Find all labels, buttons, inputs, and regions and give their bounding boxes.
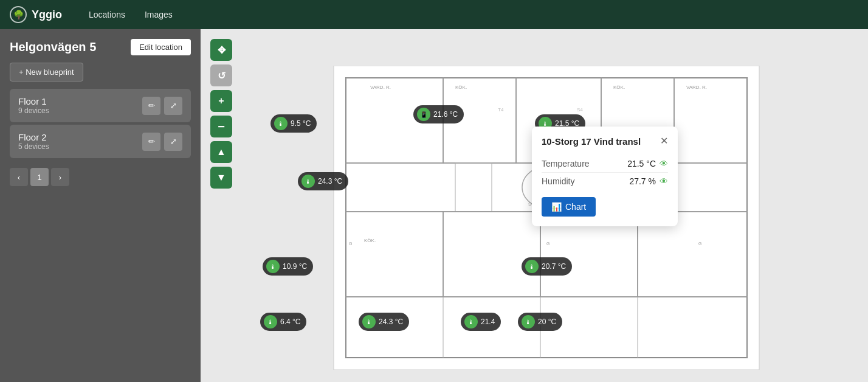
svg-text:G: G <box>349 241 352 246</box>
sensor-s4-icon: 🌡 <box>301 175 315 188</box>
sidebar-header: Helgonvägen 5 Edit location <box>10 39 191 55</box>
popup-header: 10-Storg 17 Vind transl ✕ <box>542 136 668 147</box>
next-page-button[interactable]: › <box>51 168 69 186</box>
popup-temperature-value: 21.5 °C <box>627 159 656 168</box>
svg-text:G: G <box>698 241 701 246</box>
popup-humidity-value: 27.7 % <box>629 176 656 186</box>
edit-location-button[interactable]: Edit location <box>131 39 191 55</box>
floor-1-edit-button[interactable]: ✏ <box>142 97 160 115</box>
tree-icon: 🌳 <box>10 6 27 23</box>
sensor-s6[interactable]: 🌡 20.7 °C <box>522 257 572 276</box>
sensor-s10-value: 20 °C <box>538 318 556 326</box>
sensor-s5-icon: 🌡 <box>266 260 280 273</box>
floor-1-name: Floor 1 <box>18 96 49 106</box>
sensor-s9-value: 21.4 <box>481 318 495 326</box>
sensor-s6-value: 20.7 °C <box>542 262 566 271</box>
sensor-s1-value: 9.5 °C <box>291 119 311 128</box>
up-button[interactable]: ▲ <box>210 141 232 163</box>
chart-button[interactable]: 📊 Chart <box>542 197 596 217</box>
popup-close-button[interactable]: ✕ <box>660 136 668 146</box>
blueprint-canvas: VARD. R. KÖK. KÖK. VARD. R. SOVR. <box>237 66 856 370</box>
sensor-s5-value: 10.9 °C <box>283 262 307 271</box>
floor-item-2[interactable]: Floor 2 5 devices ✏ ⤢ <box>10 125 191 158</box>
zoom-in-button[interactable]: + <box>210 90 232 112</box>
sensor-s2[interactable]: 📱 21.6 °C <box>413 105 464 123</box>
move-button[interactable]: ✥ <box>210 39 232 61</box>
svg-text:KÖK.: KÖK. <box>455 85 467 90</box>
new-blueprint-button[interactable]: + New blueprint <box>10 63 83 82</box>
map-controls: ✥ ↺ + − ▲ ▼ <box>210 39 232 189</box>
sensor-s7[interactable]: 🌡 6.4 °C <box>260 313 306 331</box>
temperature-eye-icon[interactable]: 👁 <box>660 159 668 168</box>
sensor-s4-value: 24.3 °C <box>318 177 342 186</box>
pagination: ‹ 1 › <box>10 168 191 186</box>
reset-button[interactable]: ↺ <box>210 64 232 86</box>
nav-locations[interactable]: Locations <box>81 6 133 23</box>
sensor-s10[interactable]: 🌡 20 °C <box>518 313 562 331</box>
floor-1-devices: 9 devices <box>18 106 49 115</box>
nav-links: Locations Images <box>81 6 180 23</box>
sensor-s8-icon: 🌡 <box>362 315 376 328</box>
location-title: Helgonvägen 5 <box>10 40 96 54</box>
sensor-s7-value: 6.4 °C <box>280 318 300 326</box>
humidity-eye-icon[interactable]: 👁 <box>660 176 668 186</box>
popup-title: 10-Storg 17 Vind transl <box>542 136 641 147</box>
sensor-s6-icon: 🌡 <box>525 260 539 273</box>
svg-text:VARD. R.: VARD. R. <box>370 85 391 90</box>
map-area: ✥ ↺ + − ▲ ▼ VARD. R. KÖK. <box>201 29 868 382</box>
prev-page-button[interactable]: ‹ <box>10 168 28 186</box>
sensor-s5[interactable]: 🌡 10.9 °C <box>263 257 313 276</box>
main-layout: Helgonvägen 5 Edit location + New bluepr… <box>0 29 868 382</box>
svg-text:KÖK.: KÖK. <box>364 238 376 243</box>
chart-label: Chart <box>565 202 586 212</box>
svg-text:G: G <box>546 241 549 246</box>
popup-humidity-label: Humidity <box>542 176 574 186</box>
svg-text:T4: T4 <box>498 107 504 113</box>
floor-2-edit-button[interactable]: ✏ <box>142 133 160 151</box>
current-page-button[interactable]: 1 <box>30 168 49 186</box>
sensor-s1[interactable]: 🌡 9.5 °C <box>270 114 317 133</box>
popup-temperature-label: Temperature <box>542 159 590 168</box>
svg-text:VARD. R.: VARD. R. <box>686 85 707 90</box>
popup-temperature-row: Temperature 21.5 °C 👁 <box>542 155 668 173</box>
brand-name: Yggio <box>32 9 62 21</box>
zoom-out-button[interactable]: − <box>210 116 232 137</box>
sensor-s9[interactable]: 🌡 21.4 <box>461 313 501 331</box>
sensor-s7-icon: 🌡 <box>264 315 277 328</box>
navbar: 🌳 Yggio Locations Images <box>0 0 868 29</box>
info-popup: 10-Storg 17 Vind transl ✕ Temperature 21… <box>532 127 678 226</box>
sensor-s8-value: 24.3 °C <box>379 318 403 326</box>
sensor-s2-value: 21.6 °C <box>433 110 458 119</box>
floor-1-expand-button[interactable]: ⤢ <box>164 97 182 115</box>
nav-images[interactable]: Images <box>137 6 180 23</box>
sensor-s1-icon: 🌡 <box>274 117 288 130</box>
floor-2-devices: 5 devices <box>18 142 49 151</box>
sensor-s10-icon: 🌡 <box>522 315 535 328</box>
floor-item-1[interactable]: Floor 1 9 devices ✏ ⤢ <box>10 89 191 122</box>
sensor-s4[interactable]: 🌡 24.3 °C <box>298 172 348 190</box>
sensor-s2-icon: 📱 <box>417 108 430 121</box>
sensor-s8[interactable]: 🌡 24.3 °C <box>359 313 409 331</box>
brand: 🌳 Yggio <box>10 6 62 23</box>
floor-2-expand-button[interactable]: ⤢ <box>164 133 182 151</box>
floor-2-name: Floor 2 <box>18 132 49 142</box>
svg-text:S4: S4 <box>577 107 583 113</box>
floor-list: Floor 1 9 devices ✏ ⤢ Floor 2 5 devices … <box>10 89 191 158</box>
down-button[interactable]: ▼ <box>210 167 232 189</box>
svg-text:KÖK.: KÖK. <box>613 85 625 90</box>
sensor-s9-icon: 🌡 <box>464 315 478 328</box>
sidebar: Helgonvägen 5 Edit location + New bluepr… <box>0 29 201 382</box>
chart-icon: 📊 <box>551 202 562 212</box>
popup-humidity-row: Humidity 27.7 % 👁 <box>542 173 668 190</box>
